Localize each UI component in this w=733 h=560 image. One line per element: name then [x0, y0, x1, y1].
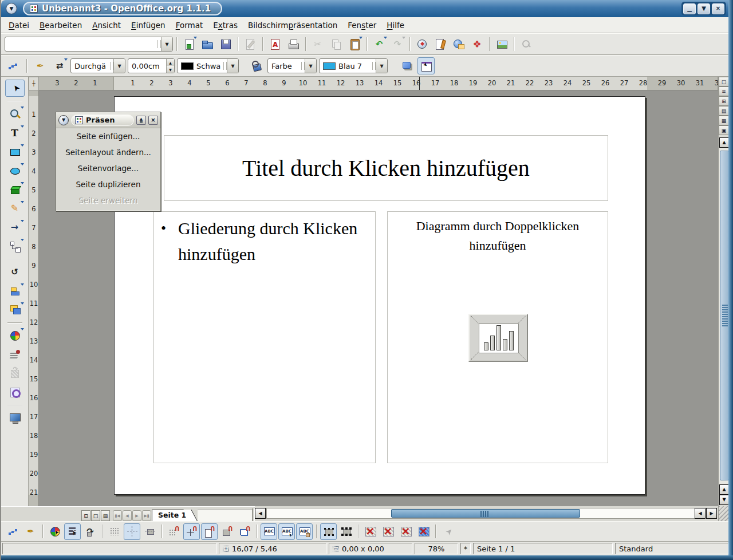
shadow-button[interactable] — [398, 57, 415, 74]
text-tool-button[interactable] — [5, 124, 25, 141]
palette-rollup-button[interactable]: ▲ — [136, 116, 146, 125]
bezier-points-button[interactable] — [5, 523, 21, 540]
url-dropdown-button[interactable]: ▼ — [161, 37, 172, 51]
quick-effects-button[interactable] — [46, 523, 63, 540]
area-style-button[interactable] — [248, 57, 265, 74]
screen-show-tool-button[interactable] — [5, 409, 25, 427]
snap-guides-button[interactable] — [183, 523, 200, 540]
status-size-field[interactable]: ▭ 0,00 x 0,00 — [329, 543, 412, 554]
horizontal-scrollbar-track[interactable] — [266, 508, 704, 519]
snap-grid-button[interactable] — [165, 523, 182, 540]
scroll-left-button[interactable]: ◀ — [255, 508, 266, 519]
menu-ansicht[interactable]: Ansicht — [87, 18, 126, 32]
window-titlebar[interactable]: ▼ Unbenannt3 - OpenOffice.org 1.1.1 ▁ ▼ … — [1, 0, 733, 17]
scroll-right-button[interactable]: ▶ — [706, 508, 717, 519]
first-page-button[interactable]: ▮◀ — [113, 510, 122, 521]
window-frame-right[interactable] — [728, 0, 733, 560]
rotate-mode-button[interactable] — [82, 523, 98, 540]
status-style-field[interactable]: Standard — [615, 543, 728, 554]
status-position-field[interactable]: + 16,07 / 5,46 — [219, 543, 326, 554]
presentation-button[interactable] — [493, 36, 510, 53]
no-picture-button[interactable] — [362, 523, 379, 540]
no-hairline-button[interactable] — [415, 523, 432, 540]
curve-tool-button[interactable] — [5, 200, 25, 217]
close-button[interactable]: × — [712, 3, 724, 14]
layer-mode-button[interactable]: ▤ — [101, 510, 110, 521]
start-show-button[interactable]: ▣ — [719, 125, 729, 135]
arrow-style-button[interactable] — [51, 57, 68, 74]
line-width-spinner[interactable]: 0,00cm ▲▼ — [128, 58, 175, 73]
line-color-dropdown-button[interactable]: ▼ — [227, 59, 238, 73]
snap-points-button[interactable] — [237, 523, 253, 540]
presentation-box-button[interactable] — [417, 57, 435, 74]
edit-points-button[interactable] — [5, 57, 22, 74]
snap-frame-button[interactable] — [219, 523, 235, 540]
scroll-up-button[interactable]: ▲ — [719, 137, 729, 148]
handout-view-button[interactable]: ▦ — [719, 116, 729, 125]
menu-einfügen[interactable]: Einfügen — [126, 18, 171, 32]
minimize-button[interactable]: ▁ — [683, 3, 696, 14]
chart-placeholder-icon[interactable] — [468, 314, 528, 362]
select-button[interactable] — [5, 80, 25, 97]
arrange-tool-button[interactable] — [5, 301, 25, 318]
menu-extras[interactable]: Extras — [208, 18, 243, 32]
menu-bearbeiten[interactable]: Bearbeiten — [34, 18, 87, 32]
notes-view-button[interactable]: ▤ — [719, 106, 729, 116]
zoom-page-button[interactable] — [468, 36, 486, 53]
fill-type-dropdown-button[interactable]: ▼ — [305, 59, 316, 73]
navigator-button[interactable] — [413, 36, 431, 53]
interaction-tool-button[interactable] — [5, 346, 25, 363]
large-handles-button[interactable] — [338, 523, 354, 540]
vertical-scrollbar-track[interactable] — [719, 148, 729, 484]
gallery-button[interactable] — [450, 36, 467, 53]
stylist-button[interactable] — [432, 36, 449, 53]
window-frame-bottom[interactable] — [1, 555, 733, 560]
export-pdf-button[interactable] — [266, 36, 283, 53]
quick-edit-button[interactable] — [261, 523, 277, 540]
title-placeholder[interactable]: Titel durch Klicken hinzufügen — [164, 135, 608, 201]
rotate-tool-button[interactable] — [5, 263, 25, 281]
slide-view-button[interactable]: ⊞ — [719, 96, 729, 106]
paste-button[interactable] — [346, 36, 363, 53]
guides-when-moving-button[interactable] — [141, 523, 158, 540]
menu-fenster[interactable]: Fenster — [342, 18, 381, 32]
glue-points-button[interactable] — [22, 523, 39, 540]
chart-placeholder[interactable]: Diagramm durch Doppelklicken hinzufügen — [387, 211, 608, 463]
vertical-ruler[interactable]: 123456789101112131415161718192021 — [29, 90, 39, 506]
no-contour-button[interactable] — [380, 523, 396, 540]
previous-page-button[interactable]: ▲ — [719, 484, 729, 495]
align-tool-button[interactable] — [5, 282, 25, 299]
line-style-dropdown-button[interactable]: ▼ — [113, 59, 125, 73]
object3d-tool-button[interactable] — [5, 181, 25, 198]
show-grid-button[interactable] — [106, 523, 123, 540]
no-text-button[interactable] — [397, 523, 414, 540]
menu-format[interactable]: Format — [171, 18, 208, 32]
scroll-left-button-2[interactable]: ◀ — [695, 508, 706, 519]
previous-tab-button[interactable]: ◀ — [123, 510, 132, 521]
open-document-button[interactable] — [199, 36, 216, 53]
next-tab-button[interactable]: ▶ — [132, 510, 141, 521]
connector-tool-button[interactable] — [5, 238, 25, 255]
url-combo[interactable]: ▼ — [5, 37, 173, 52]
palette-close-button[interactable]: × — [148, 116, 158, 125]
snap-margins-button[interactable] — [201, 523, 218, 540]
undo-button[interactable] — [371, 36, 388, 53]
status-zoom-field[interactable]: 78% — [415, 543, 458, 554]
print-file-button[interactable] — [285, 36, 302, 53]
selection-mode-button[interactable] — [64, 523, 81, 540]
maximize-button[interactable]: ▼ — [697, 3, 710, 14]
line-color-combo[interactable]: Schwa ▼ — [177, 58, 239, 73]
resize-grip[interactable] — [718, 506, 730, 521]
menu-datei[interactable]: Datei — [3, 18, 34, 32]
status-page-field[interactable]: Seite 1 / 1 — [473, 543, 613, 554]
spin-buttons[interactable]: ▲▼ — [166, 59, 174, 73]
line-style-combo[interactable]: Durchgä ▼ — [70, 58, 125, 73]
palette-menu-button[interactable]: ▼ — [58, 115, 69, 125]
drawing-view-button[interactable]: □ — [719, 77, 729, 86]
horizontal-ruler[interactable]: 3211234567891011121314151617181920212223… — [39, 77, 718, 90]
window-menu-button[interactable]: ▼ — [6, 3, 17, 14]
menu-hilfe[interactable]: Hilfe — [381, 18, 409, 32]
simple-handles-button[interactable] — [320, 523, 337, 540]
dblclick-edit-button[interactable] — [296, 523, 313, 540]
line-pen-button[interactable] — [31, 57, 49, 74]
